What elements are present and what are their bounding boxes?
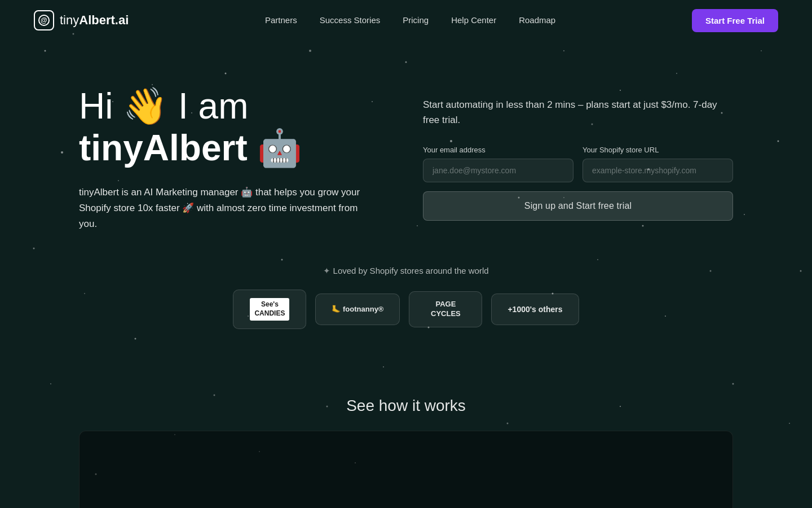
logo-text: tinyAlbert.ai: [60, 13, 129, 28]
loved-text: Loved by Shopify stores around the world: [79, 266, 733, 276]
nav-link-help-center[interactable]: Help Center: [451, 15, 496, 25]
shopify-url-input[interactable]: [582, 159, 733, 182]
nav-link-roadmap[interactable]: Roadmap: [519, 15, 555, 25]
shopify-label: Your Shopify store URL: [582, 146, 733, 154]
video-placeholder[interactable]: [79, 431, 733, 508]
logo-icon: @: [34, 10, 54, 30]
logo[interactable]: @ tinyAlbert.ai: [34, 10, 129, 30]
hero-subtitle: Start automating in less than 2 mins – p…: [423, 97, 733, 128]
brand-page-cycles-text: PAGECYCLES: [431, 300, 461, 319]
brand-sees-candies[interactable]: See'sCANDIES: [233, 290, 306, 329]
brand-others-text: +1000's others: [508, 305, 562, 314]
nav-link-success-stories[interactable]: Success Stories: [320, 15, 381, 25]
navbar: @ tinyAlbert.ai Partners Success Stories…: [0, 0, 812, 41]
brand-footnanny-text: 🦶 footnanny®: [332, 305, 383, 314]
signup-form-row: Your email address Your Shopify store UR…: [423, 146, 733, 182]
nav-link-pricing[interactable]: Pricing: [403, 15, 429, 25]
hero-section: Hi 👋 I am tinyAlbert 🤖 tinyAlbert is an …: [0, 41, 812, 266]
nav-link-partners[interactable]: Partners: [265, 15, 297, 25]
brand-others[interactable]: +1000's others: [491, 294, 579, 325]
email-form-group: Your email address: [423, 146, 573, 182]
hero-left: Hi 👋 I am tinyAlbert 🤖 tinyAlbert is an …: [79, 86, 389, 232]
loved-section: Loved by Shopify stores around the world…: [0, 266, 812, 362]
hero-title: Hi 👋 I am tinyAlbert 🤖: [79, 86, 389, 169]
email-label: Your email address: [423, 146, 573, 154]
start-trial-button[interactable]: Start Free Trial: [692, 9, 778, 32]
svg-text:@: @: [41, 16, 47, 24]
brand-page-cycles[interactable]: PAGECYCLES: [409, 291, 482, 327]
brands-row: See'sCANDIES 🦶 footnanny® PAGECYCLES +10…: [79, 290, 733, 329]
shopify-form-group: Your Shopify store URL: [582, 146, 733, 182]
nav-links: Partners Success Stories Pricing Help Ce…: [265, 15, 555, 25]
email-input[interactable]: [423, 159, 573, 182]
hero-right: Start automating in less than 2 mins – p…: [423, 86, 733, 221]
see-section: See how it works: [0, 363, 812, 508]
see-title: See how it works: [79, 397, 733, 415]
brand-sees-text: See'sCANDIES: [250, 298, 289, 320]
hero-description: tinyAlbert is an AI Marketing manager 🤖 …: [79, 185, 361, 232]
brand-footnanny[interactable]: 🦶 footnanny®: [315, 294, 400, 325]
signup-button[interactable]: Sign up and Start free trial: [423, 191, 733, 221]
